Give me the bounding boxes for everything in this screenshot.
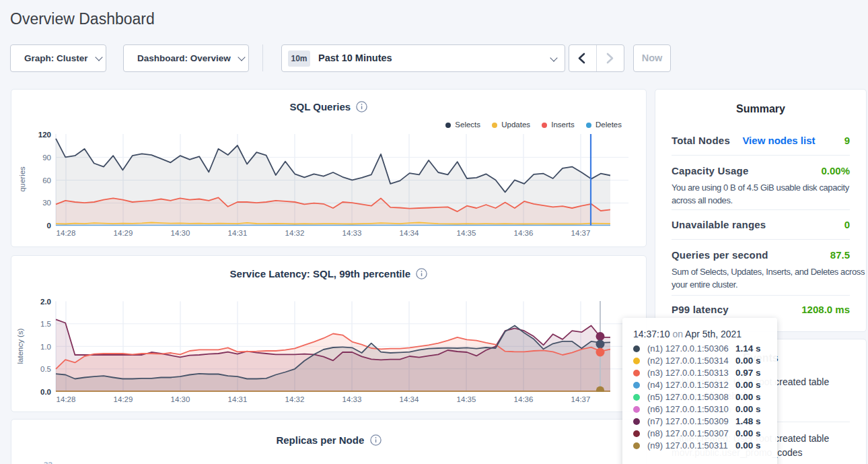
svg-text:latency (s): latency (s) bbox=[16, 328, 24, 364]
svg-text:14:29: 14:29 bbox=[114, 229, 133, 237]
svg-text:90: 90 bbox=[42, 154, 51, 162]
svg-text:14:35: 14:35 bbox=[457, 395, 476, 403]
svg-text:120: 120 bbox=[38, 131, 51, 139]
svg-text:14:29: 14:29 bbox=[114, 395, 133, 403]
svg-text:14:37: 14:37 bbox=[571, 395, 591, 403]
svg-text:14:34: 14:34 bbox=[400, 229, 419, 237]
svg-text:14:36: 14:36 bbox=[514, 229, 534, 237]
svg-text:14:33: 14:33 bbox=[342, 229, 362, 237]
svg-text:0.5: 0.5 bbox=[40, 365, 51, 373]
svg-text:14:34: 14:34 bbox=[400, 395, 419, 403]
svg-text:14:31: 14:31 bbox=[228, 229, 248, 237]
svg-text:14:32: 14:32 bbox=[285, 229, 305, 237]
svg-text:14:30: 14:30 bbox=[171, 395, 190, 403]
svg-text:14:36: 14:36 bbox=[514, 395, 534, 403]
svg-text:14:35: 14:35 bbox=[457, 229, 476, 237]
svg-text:queries: queries bbox=[18, 166, 26, 192]
svg-text:14:32: 14:32 bbox=[285, 395, 305, 403]
svg-text:14:30: 14:30 bbox=[171, 229, 190, 237]
svg-text:0.0: 0.0 bbox=[40, 388, 51, 396]
svg-text:14:28: 14:28 bbox=[57, 395, 76, 403]
svg-text:1.0: 1.0 bbox=[40, 343, 51, 351]
svg-text:30: 30 bbox=[42, 199, 51, 207]
svg-text:14:28: 14:28 bbox=[57, 229, 76, 237]
svg-text:14:37: 14:37 bbox=[571, 229, 591, 237]
svg-text:60: 60 bbox=[42, 176, 51, 185]
svg-text:2.0: 2.0 bbox=[40, 298, 51, 306]
svg-text:1.5: 1.5 bbox=[40, 320, 51, 328]
svg-text:0: 0 bbox=[47, 222, 51, 230]
svg-text:14:33: 14:33 bbox=[342, 395, 362, 403]
svg-text:14:31: 14:31 bbox=[228, 395, 248, 403]
